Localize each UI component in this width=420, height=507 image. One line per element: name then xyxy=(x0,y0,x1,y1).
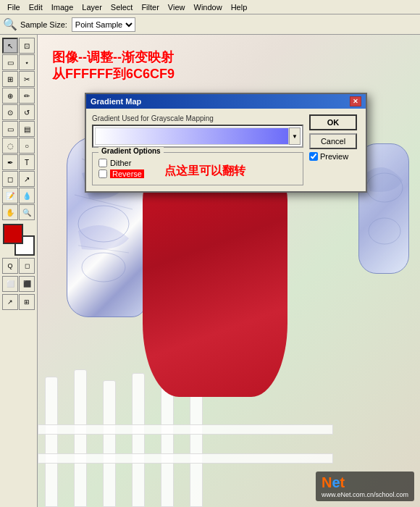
jump-to-btn[interactable]: ↗ xyxy=(2,294,18,310)
dropdown-arrow-icon: ▼ xyxy=(292,133,298,140)
gradient-dropdown-button[interactable]: ▼ xyxy=(289,127,301,145)
preview-row: Preview xyxy=(309,152,360,161)
reverse-label[interactable]: Reverse xyxy=(110,169,144,178)
gradient-options-legend: Gradient Options xyxy=(98,147,164,155)
history-brush-tool[interactable]: ↺ xyxy=(19,104,35,120)
zoom-tool[interactable]: 🔍 xyxy=(19,204,35,220)
menu-help[interactable]: Help xyxy=(227,1,252,13)
ok-button[interactable]: OK xyxy=(309,114,357,130)
menu-file[interactable]: File xyxy=(3,1,25,13)
view-buttons: ⬜ ⬛ xyxy=(2,276,35,292)
tool-row-1: ↖ ⊡ xyxy=(2,38,35,54)
menu-layer[interactable]: Layer xyxy=(77,1,106,13)
svg-point-6 xyxy=(369,218,400,244)
standard-screen-btn[interactable]: ⬜ xyxy=(2,276,18,292)
eyedropper-icon: 🔍 xyxy=(3,17,17,31)
dialog-right-panel: OK Cancel Preview xyxy=(309,114,360,185)
menu-image[interactable]: Image xyxy=(47,1,78,13)
menu-filter[interactable]: Filter xyxy=(137,1,163,13)
fence-post-4 xyxy=(132,373,145,507)
tool-row-8: ✒ T xyxy=(2,154,35,170)
tool-row-7: ◌ ○ xyxy=(2,138,35,154)
gradient-bar[interactable] xyxy=(95,127,289,145)
extra-buttons: ↗ ⊞ xyxy=(2,294,35,310)
watermark-t: t xyxy=(340,474,345,490)
gradient-bar-container: ▼ xyxy=(92,125,303,148)
selection-tool[interactable]: ↖ xyxy=(2,38,18,54)
dither-label[interactable]: Dither xyxy=(110,159,131,167)
tool-row-10: 📝 💧 xyxy=(2,188,35,204)
direct-select-tool[interactable]: ↗ xyxy=(19,171,35,187)
watermark-e: e xyxy=(332,474,340,490)
tool-row-11: ✋ 🔍 xyxy=(2,204,35,220)
watermark-url: www.eNet.com.cn/school.com xyxy=(322,491,408,498)
dialog-titlebar: Gradient Map ✕ xyxy=(86,94,366,109)
sample-size-select[interactable]: Point Sample xyxy=(72,17,135,32)
slice-tool[interactable]: ✂ xyxy=(19,71,35,87)
watermark: Net www.eNet.com.cn/school.com xyxy=(316,472,414,501)
cancel-button[interactable]: Cancel xyxy=(309,133,357,149)
quick-mask-btn[interactable]: Q xyxy=(2,258,18,274)
tool-row-5: ⊙ ↺ xyxy=(2,104,35,120)
fence-post-1 xyxy=(45,377,58,507)
lasso-tool[interactable]: ⊡ xyxy=(19,38,35,54)
toolbox: ↖ ⊡ ▭ ⋆ ⊞ ✂ ⊕ ✏ ⊙ ↺ ▭ ▤ ◌ ○ ✒ T xyxy=(0,35,38,507)
eyedropper-tool[interactable]: 💧 xyxy=(19,188,35,204)
annotation-text: 图像--调整--渐变映射 从FFFFFF到6C6CF9 xyxy=(52,49,175,83)
main-area: ↖ ⊡ ▭ ⋆ ⊞ ✂ ⊕ ✏ ⊙ ↺ ▭ ▤ ◌ ○ ✒ T xyxy=(0,35,420,507)
svg-point-3 xyxy=(82,253,125,282)
watermark-logo: Net www.eNet.com.cn/school.com xyxy=(316,472,414,501)
fence-post-3 xyxy=(103,380,116,507)
toolbar: 🔍 Sample Size: Point Sample xyxy=(0,14,420,35)
eraser-tool[interactable]: ▭ xyxy=(2,121,18,137)
grayscale-mapping-label: Gradient Used for Grayscale Mapping xyxy=(92,114,303,122)
marquee-tool[interactable]: ▭ xyxy=(2,54,18,70)
fence-post-2 xyxy=(74,369,87,507)
dialog-close-button[interactable]: ✕ xyxy=(350,96,361,106)
preview-label[interactable]: Preview xyxy=(320,152,348,161)
annotation-line1: 图像--调整--渐变映射 xyxy=(52,49,175,66)
tool-row-4: ⊕ ✏ xyxy=(2,88,35,104)
dialog-annotation-text: 点这里可以翻转 xyxy=(164,164,245,179)
foreground-color-swatch[interactable] xyxy=(3,224,23,244)
type-tool[interactable]: T xyxy=(19,154,35,170)
menu-edit[interactable]: Edit xyxy=(25,1,47,13)
tool-row-6: ▭ ▤ xyxy=(2,121,35,137)
fullscreen-btn[interactable]: ⬛ xyxy=(19,276,35,292)
blur-tool[interactable]: ◌ xyxy=(2,138,18,154)
magic-wand-tool[interactable]: ⋆ xyxy=(19,54,35,70)
dither-checkbox[interactable] xyxy=(98,159,107,167)
heal-tool[interactable]: ⊕ xyxy=(2,88,18,104)
sample-size-label: Sample Size: xyxy=(20,20,67,29)
dialog-title: Gradient Map xyxy=(91,97,141,106)
watermark-n: N xyxy=(322,474,332,490)
watermark-brand: Net xyxy=(322,474,408,491)
preview-checkbox[interactable] xyxy=(309,152,318,161)
tool-row-9: ◻ ↗ xyxy=(2,171,35,187)
edit-mode-btn[interactable]: ◻ xyxy=(19,258,35,274)
menu-window[interactable]: Window xyxy=(190,1,227,13)
menu-view[interactable]: View xyxy=(164,1,190,13)
reverse-checkbox[interactable] xyxy=(98,169,107,178)
extra-btn[interactable]: ⊞ xyxy=(19,294,35,310)
clone-tool[interactable]: ⊙ xyxy=(2,104,18,120)
color-swatch-area xyxy=(3,224,35,256)
dodge-tool[interactable]: ○ xyxy=(19,138,35,154)
hand-tool[interactable]: ✋ xyxy=(2,204,18,220)
annotation-line2: 从FFFFFF到6C6CF9 xyxy=(52,66,175,83)
pen-tool[interactable]: ✒ xyxy=(2,154,18,170)
crop-tool[interactable]: ⊞ xyxy=(2,71,18,87)
shape-tool[interactable]: ◻ xyxy=(2,171,18,187)
tool-row-2: ▭ ⋆ xyxy=(2,54,35,70)
tool-row-3: ⊞ ✂ xyxy=(2,71,35,87)
notes-tool[interactable]: 📝 xyxy=(2,188,18,204)
menu-select[interactable]: Select xyxy=(106,1,138,13)
gradient-tool[interactable]: ▤ xyxy=(19,121,35,137)
mode-buttons: Q ◻ xyxy=(2,258,35,274)
canvas-area: 图像--调整--渐变映射 从FFFFFF到6C6CF9 Gradient Map… xyxy=(38,35,420,507)
brush-tool[interactable]: ✏ xyxy=(19,88,35,104)
menu-bar: File Edit Image Layer Select Filter View… xyxy=(0,0,420,14)
